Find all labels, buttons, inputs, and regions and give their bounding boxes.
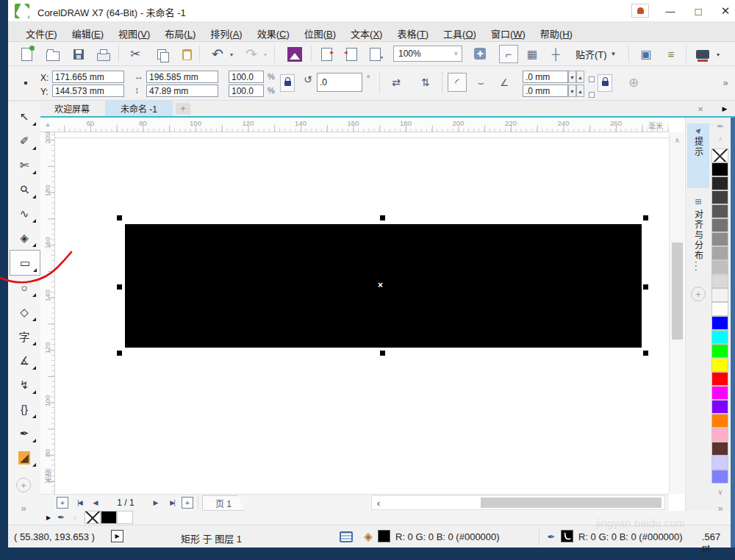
palette-swatch-5b342e[interactable] [711, 442, 728, 456]
publish-pdf-button[interactable]: ▪ [367, 47, 383, 62]
palette-eyedropper[interactable]: ✒ [713, 121, 728, 132]
palette-flyout-button[interactable]: ▶ [718, 102, 731, 115]
fill-status-button[interactable]: ◈ [361, 529, 376, 544]
app-launcher-button[interactable] [693, 47, 712, 62]
palette-swatch-000000[interactable] [711, 162, 728, 176]
next-page-button[interactable]: ▶ [149, 497, 162, 509]
scalloped-corner-button[interactable]: ⌣ [471, 73, 490, 92]
palette-swatch-ff00ff[interactable] [711, 386, 728, 400]
text-tool[interactable]: 字 [10, 324, 39, 348]
palette-swatch-595959[interactable] [711, 204, 728, 218]
palette-swatch-ccccff[interactable] [711, 456, 728, 470]
vertical-ruler[interactable]: 20018016014012010080 [40, 132, 55, 494]
connector-tool[interactable]: ↯ [10, 373, 39, 397]
palette-swatch-ffaec9[interactable] [711, 428, 728, 442]
maximize-button[interactable]: □ [687, 1, 709, 21]
chamfered-corner-button[interactable]: ∠ [495, 73, 514, 92]
cut-button[interactable]: ✂ [127, 46, 143, 61]
zoom-level-select[interactable]: 100% ˅ [393, 46, 462, 62]
selection-handle[interactable] [643, 215, 648, 220]
crop-tool[interactable]: ✄ [10, 153, 39, 177]
show-rulers-toggle[interactable]: ⌐ [499, 45, 518, 63]
toolbox-add-button[interactable]: + [16, 478, 31, 492]
horizontal-ruler[interactable]: 毫米 6080100120140160180200220240260 [55, 118, 669, 132]
palette-swatch-ffffff[interactable] [711, 302, 728, 316]
palette-swatch-737373[interactable] [711, 218, 728, 232]
corner-bottom-spinner-up[interactable]: ▲ [576, 85, 584, 97]
print-button[interactable] [96, 47, 112, 62]
interactive-fill-tool[interactable]: ◢ [10, 445, 39, 470]
palette-swatch-f2f2f2[interactable] [711, 288, 728, 302]
new-document-tab-button[interactable]: + [176, 103, 190, 115]
palette-swatch-a6a6a6[interactable] [711, 246, 728, 260]
scroll-left-button[interactable]: ‹ [372, 496, 385, 509]
corner-bottom-spinner-down[interactable]: ▼ [568, 85, 576, 97]
import-button[interactable]: ▸ [318, 47, 334, 62]
add-page-end-button[interactable]: + [182, 497, 193, 509]
palette-swatch-00ffff[interactable] [711, 330, 728, 344]
palette-swatch-8c8c8c[interactable] [711, 232, 728, 246]
object-center-marker[interactable]: × [378, 280, 383, 290]
fullscreen-preview-button[interactable]: ✚ [472, 46, 488, 62]
drop-shadow-tool[interactable]: {} [10, 397, 39, 421]
minimize-button[interactable]: — [659, 1, 681, 21]
vertical-scrollbar[interactable]: ∧ [669, 132, 684, 494]
corner-top-spinner-down[interactable]: ▼ [568, 71, 576, 83]
redo-dropdown[interactable]: ▾ [261, 49, 270, 60]
page-1-tab[interactable]: 页 1 [202, 495, 245, 511]
polygon-tool[interactable]: ◇ [10, 300, 39, 324]
object-details-button[interactable]: ▶ [111, 530, 123, 542]
outline-status-button[interactable]: ✒ [545, 529, 558, 544]
object-styles-button[interactable]: ≡ [662, 46, 680, 62]
palette-swatch-ff7f00[interactable] [711, 414, 728, 428]
doc-palette-no-color[interactable] [85, 511, 101, 524]
mirror-vertical-button[interactable]: ⇅ [417, 74, 434, 90]
selection-handle[interactable] [643, 351, 648, 356]
undo-button[interactable]: ↶ [209, 45, 226, 62]
doc-palette-swatch-black[interactable] [101, 511, 117, 524]
palette-swatch-bfbfbf[interactable] [711, 260, 728, 274]
redo-button[interactable]: ↷ [243, 45, 259, 62]
close-button[interactable]: ✕ [714, 1, 735, 21]
round-corner-button[interactable]: ◜ [448, 73, 467, 92]
horizontal-scroll-thumb[interactable] [481, 498, 662, 508]
palette-swatch-none[interactable] [711, 148, 728, 162]
last-page-button[interactable]: ▶| [165, 497, 179, 509]
docker-add-button[interactable]: + [691, 287, 706, 301]
account-icon[interactable] [631, 4, 649, 18]
selection-handle[interactable] [643, 284, 648, 290]
palette-swatch-262626[interactable] [711, 176, 728, 190]
docker-tab-align-distribute[interactable]: ⊞ 对齐与分布... [687, 194, 709, 331]
new-document-button[interactable] [18, 47, 35, 62]
color-proof-button[interactable] [339, 531, 354, 542]
mirror-horizontal-button[interactable]: ⇄ [387, 74, 405, 90]
relative-corner-icon[interactable] [589, 72, 595, 85]
y-position-field[interactable] [52, 85, 124, 97]
doc-palette-flyout[interactable]: ▶ [43, 512, 54, 523]
palette-swatch-404040[interactable] [711, 190, 728, 204]
selection-handle[interactable] [380, 351, 385, 356]
export-button[interactable]: ◂ [343, 47, 359, 62]
palette-swatch-0000ff[interactable] [711, 316, 728, 330]
scroll-up-button[interactable]: ∧ [670, 134, 685, 146]
search-content-button[interactable] [286, 46, 304, 62]
doc-palette-swatch-empty[interactable] [117, 511, 133, 524]
scale-y-field[interactable] [229, 85, 264, 97]
rotation-angle-field[interactable] [317, 73, 362, 92]
application-options-button[interactable]: ▣ [637, 46, 655, 62]
palette-swatch-ff0000[interactable] [711, 372, 728, 386]
selection-handle[interactable] [117, 215, 122, 220]
save-button[interactable] [71, 47, 87, 62]
docker-close-button[interactable]: × [694, 102, 707, 115]
doc-palette-scroll-left[interactable]: ‹ [70, 512, 80, 523]
corner-radius-top-field[interactable] [523, 71, 568, 83]
palette-scroll-up[interactable]: ∧ [713, 134, 728, 144]
more-options-button[interactable]: ⊕ [625, 74, 642, 90]
show-grid-toggle[interactable]: ▦ [523, 45, 542, 63]
lock-corners-button[interactable] [598, 74, 612, 92]
corner-top-spinner-up[interactable]: ▲ [576, 71, 584, 83]
snap-to-menu[interactable]: 贴齐(T) ▼ [576, 46, 617, 61]
freehand-tool[interactable]: ∿ [10, 201, 39, 226]
corner-radius-bottom-field[interactable] [523, 85, 568, 97]
paste-button[interactable] [179, 47, 195, 62]
